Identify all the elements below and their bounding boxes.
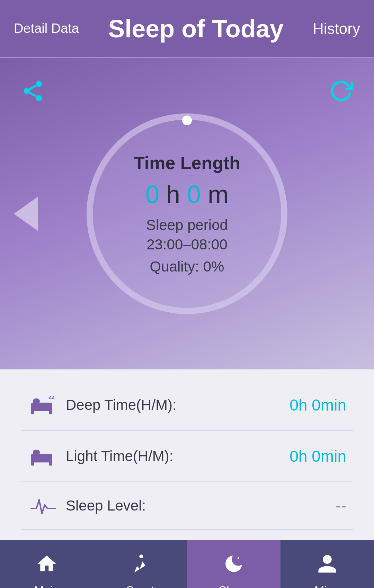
m-label: m <box>208 181 229 208</box>
svg-line-3 <box>29 92 36 97</box>
nav-mine[interactable]: Mine <box>280 540 374 588</box>
bottom-nav: Main Sport Sleep Mine <box>0 540 374 588</box>
nav-main-label: Main <box>34 584 60 588</box>
sport-icon <box>129 553 151 580</box>
time-length-label: Time Length <box>134 153 240 173</box>
nav-main[interactable]: Main <box>0 540 93 588</box>
nav-sport-label: Sport <box>126 584 154 588</box>
home-icon <box>36 553 58 580</box>
svg-point-1 <box>24 88 30 94</box>
circle-content: Time Length 0 h 0 m Sleep period 23:00–0… <box>134 153 240 275</box>
svg-point-0 <box>36 81 42 87</box>
quality-value: Quality: 0% <box>134 258 240 275</box>
deep-time-row: zz Deep Time(H/M): 0h 0min <box>21 380 353 431</box>
nav-mine-label: Mine <box>314 584 340 588</box>
sleep-period-value: 23:00–08:00 <box>134 236 240 253</box>
nav-sleep[interactable]: Sleep <box>187 540 280 588</box>
nav-sport[interactable]: Sport <box>93 540 187 588</box>
light-time-label: Light Time(H/M): <box>66 448 290 465</box>
back-arrow-button[interactable] <box>14 196 38 231</box>
svg-rect-14 <box>49 461 52 466</box>
svg-point-2 <box>36 95 42 101</box>
minutes-value: 0 <box>187 181 201 208</box>
sleep-level-row: Sleep Level: -- <box>21 482 353 530</box>
person-icon <box>316 553 338 580</box>
svg-rect-9 <box>33 398 40 404</box>
main-area: Time Length 0 h 0 m Sleep period 23:00–0… <box>0 58 374 369</box>
svg-rect-13 <box>31 461 34 466</box>
sleep-level-icon <box>28 495 59 517</box>
hours-value: 0 <box>145 181 159 208</box>
svg-rect-8 <box>49 410 52 414</box>
sleep-level-value: -- <box>336 496 346 515</box>
sleep-period-label: Sleep period <box>134 217 240 233</box>
light-time-value: 0h 0min <box>290 447 346 466</box>
deep-time-value: 0h 0min <box>290 396 346 414</box>
time-value: 0 h 0 m <box>134 180 240 209</box>
header: Detail Data Sleep of Today History <box>0 0 374 58</box>
deep-time-label: Deep Time(H/M): <box>66 397 290 413</box>
page-title: Sleep of Today <box>79 15 313 43</box>
sleep-circle: Time Length 0 h 0 m Sleep period 23:00–0… <box>87 113 287 314</box>
circle-dot <box>182 116 192 125</box>
light-time-row: Light Time(H/M): 0h 0min <box>21 431 353 482</box>
deep-sleep-icon: zz <box>28 392 59 418</box>
sleep-icon <box>223 553 245 580</box>
refresh-icon[interactable] <box>329 79 353 108</box>
svg-line-4 <box>29 85 36 90</box>
svg-point-17 <box>238 557 239 559</box>
history-button[interactable]: History <box>313 20 360 37</box>
svg-point-16 <box>139 554 143 558</box>
detail-data-button[interactable]: Detail Data <box>14 21 79 36</box>
svg-text:zz: zz <box>48 394 55 401</box>
share-icon[interactable] <box>21 79 45 108</box>
svg-rect-15 <box>33 450 40 455</box>
stats-area: zz Deep Time(H/M): 0h 0min Light Time(H/… <box>0 369 374 540</box>
light-sleep-icon <box>28 443 59 469</box>
nav-sleep-label: Sleep <box>219 584 249 588</box>
svg-rect-7 <box>31 410 34 414</box>
h-label: h <box>166 181 187 208</box>
sleep-level-label: Sleep Level: <box>66 497 336 514</box>
